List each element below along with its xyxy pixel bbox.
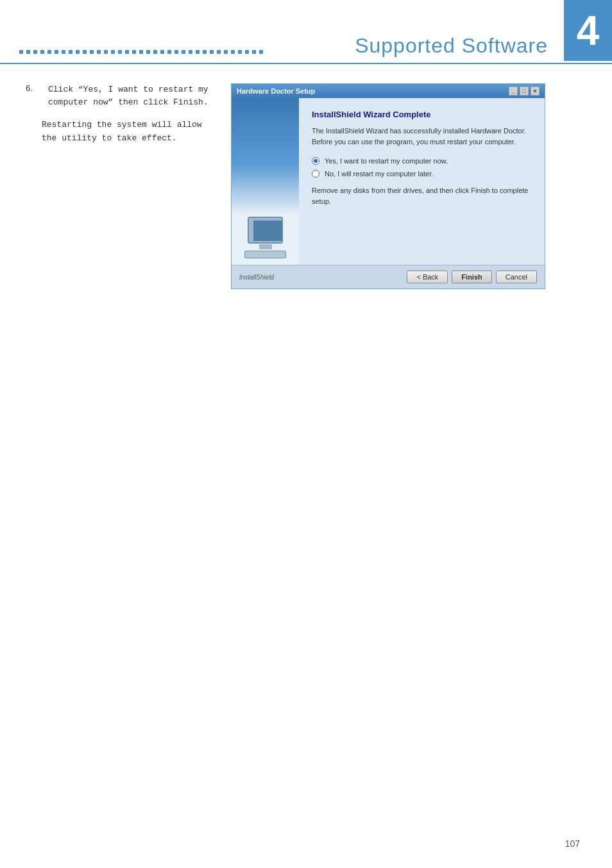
step-number: 6. [26,83,42,108]
dialog-sidebar [232,98,299,265]
radio-yes-option[interactable]: Yes, I want to restart my computer now. [312,157,532,165]
step-description: Restarting the system will allow the uti… [42,119,212,146]
footer-brand: InstallShield [239,274,274,281]
cancel-button[interactable]: Cancel [496,271,537,283]
wizard-footer-note: Remove any disks from their drives, and … [312,185,532,206]
radio-yes-dot [314,159,318,163]
right-column: Hardware Doctor Setup _ □ × [231,83,586,289]
keyboard-icon [244,251,286,258]
page-number: 107 [565,839,580,849]
radio-yes-circle[interactable] [312,157,319,165]
radio-no-label: No, I will restart my computer later. [325,170,433,178]
dialog-footer: InstallShield < Back Finish Cancel [232,265,545,288]
step-instruction: Click “Yes, I want to restart my compute… [48,83,212,108]
monitor-stand [259,244,272,249]
monitor-screen [253,221,282,241]
radio-no-circle[interactable] [312,170,319,178]
left-column: 6. Click “Yes, I want to restart my comp… [26,83,212,289]
footer-buttons: < Back Finish Cancel [407,271,537,283]
page-header: Supported Software 4 [0,0,612,64]
dialog-window: Hardware Doctor Setup _ □ × [231,83,545,289]
dialog-title: Hardware Doctor Setup [237,87,315,95]
page-title: Supported Software [355,34,548,58]
minimize-button[interactable]: _ [509,87,518,96]
back-button[interactable]: < Back [407,271,448,283]
main-content: 6. Click “Yes, I want to restart my comp… [0,64,612,308]
dotted-decoration [19,50,263,54]
chapter-number: 4 [564,0,612,61]
monitor-body [248,217,283,244]
dialog-titlebar: Hardware Doctor Setup _ □ × [232,84,545,98]
maximize-button[interactable]: □ [520,87,529,96]
dialog-body: InstallShield Wizard Complete The Instal… [232,98,545,265]
wizard-description: The InstallShield Wizard has successfull… [312,126,532,147]
dialog-content: InstallShield Wizard Complete The Instal… [299,98,545,265]
finish-button[interactable]: Finish [452,271,491,283]
radio-no-option[interactable]: No, I will restart my computer later. [312,170,532,178]
radio-yes-label: Yes, I want to restart my computer now. [325,157,448,165]
computer-icon [243,217,288,258]
wizard-title: InstallShield Wizard Complete [312,110,532,119]
step-container: 6. Click “Yes, I want to restart my comp… [26,83,212,108]
close-button[interactable]: × [531,87,540,96]
titlebar-buttons: _ □ × [509,87,540,96]
